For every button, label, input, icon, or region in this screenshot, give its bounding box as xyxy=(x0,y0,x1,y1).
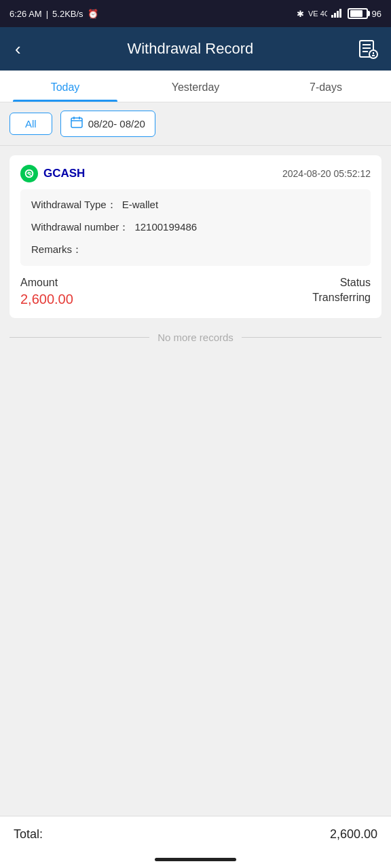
remarks-row: Remarks： xyxy=(31,243,360,256)
svg-rect-1 xyxy=(331,15,333,18)
filter-all-button[interactable]: All xyxy=(10,113,52,135)
status-section: Status Transferring xyxy=(312,277,371,304)
no-more-records: No more records xyxy=(10,332,381,343)
report-icon[interactable] xyxy=(356,37,380,61)
withdrawal-type-row: Withdrawal Type： E-wallet xyxy=(31,199,360,212)
header: ‹ Withdrawal Record xyxy=(0,27,391,71)
tab-today[interactable]: Today xyxy=(0,71,130,102)
battery-icon xyxy=(348,8,368,19)
home-indicator xyxy=(0,852,391,868)
total-label: Total: xyxy=(14,827,43,842)
status-right: ✱ VE 4G 96 xyxy=(297,7,381,20)
amount-value: 2,600.00 xyxy=(20,292,73,307)
remarks-label: Remarks： xyxy=(31,243,82,255)
status-value: Transferring xyxy=(312,292,371,304)
record-datetime: 2024-08-20 05:52:12 xyxy=(282,168,371,179)
svg-text:VE 4G: VE 4G xyxy=(308,9,327,18)
back-button[interactable]: ‹ xyxy=(11,35,25,64)
record-details: Withdrawal Type： E-wallet Withdrawal num… xyxy=(20,189,371,266)
withdrawal-number-row: Withdrawal number： 12100199486 xyxy=(31,221,360,234)
page-title: Withdrawal Record xyxy=(127,40,253,58)
main-content: GCASH 2024-08-20 05:52:12 Withdrawal Typ… xyxy=(0,146,391,816)
network-type: VE 4G xyxy=(308,7,327,20)
svg-rect-3 xyxy=(337,11,339,18)
svg-rect-2 xyxy=(334,13,336,18)
withdrawal-number-value: 12100199486 xyxy=(134,221,197,233)
filter-bar: All 08/20- 08/20 xyxy=(0,102,391,146)
status-label: Status xyxy=(312,277,371,289)
record-card: GCASH 2024-08-20 05:52:12 Withdrawal Typ… xyxy=(10,155,381,318)
no-more-line-right xyxy=(242,337,381,338)
network-speed: | xyxy=(46,9,48,19)
total-bar: Total: 2,600.00 xyxy=(0,816,391,852)
date-range-button[interactable]: 08/20- 08/20 xyxy=(60,111,155,137)
amount-section: Amount 2,600.00 xyxy=(20,277,73,307)
total-value: 2,600.00 xyxy=(330,827,377,842)
date-range-value: 08/20- 08/20 xyxy=(88,118,145,130)
brand-name: GCASH xyxy=(43,167,85,180)
signal-bars-icon xyxy=(331,8,343,20)
time: 6:26 AM xyxy=(10,9,42,19)
withdrawal-type-value: E-wallet xyxy=(122,199,158,210)
no-more-line-left xyxy=(10,337,149,338)
svg-rect-4 xyxy=(339,9,341,18)
status-left: 6:26 AM | 5.2KB/s ⏰ xyxy=(10,9,98,19)
calendar-icon xyxy=(71,116,83,132)
network-speed-value: 5.2KB/s xyxy=(52,9,83,19)
withdrawal-type-label: Withdrawal Type： xyxy=(31,199,117,210)
gcash-brand: GCASH xyxy=(20,165,85,182)
tab-7days[interactable]: 7-days xyxy=(261,71,391,102)
tab-yesterday[interactable]: Yesterday xyxy=(130,71,261,102)
bluetooth-icon: ✱ xyxy=(297,9,304,19)
status-bar: 6:26 AM | 5.2KB/s ⏰ ✱ VE 4G 96 xyxy=(0,0,391,27)
home-bar xyxy=(155,858,236,861)
alarm-icon: ⏰ xyxy=(88,9,98,19)
tabs-bar: Today Yesterday 7-days xyxy=(0,71,391,102)
amount-label: Amount xyxy=(20,277,73,289)
record-header: GCASH 2024-08-20 05:52:12 xyxy=(10,155,381,189)
withdrawal-number-label: Withdrawal number： xyxy=(31,221,129,233)
gcash-logo xyxy=(20,165,38,182)
svg-rect-12 xyxy=(71,118,82,127)
back-icon: ‹ xyxy=(15,39,21,60)
no-more-text: No more records xyxy=(157,332,234,343)
battery-level: 96 xyxy=(372,9,381,19)
record-footer: Amount 2,600.00 Status Transferring xyxy=(10,274,381,318)
